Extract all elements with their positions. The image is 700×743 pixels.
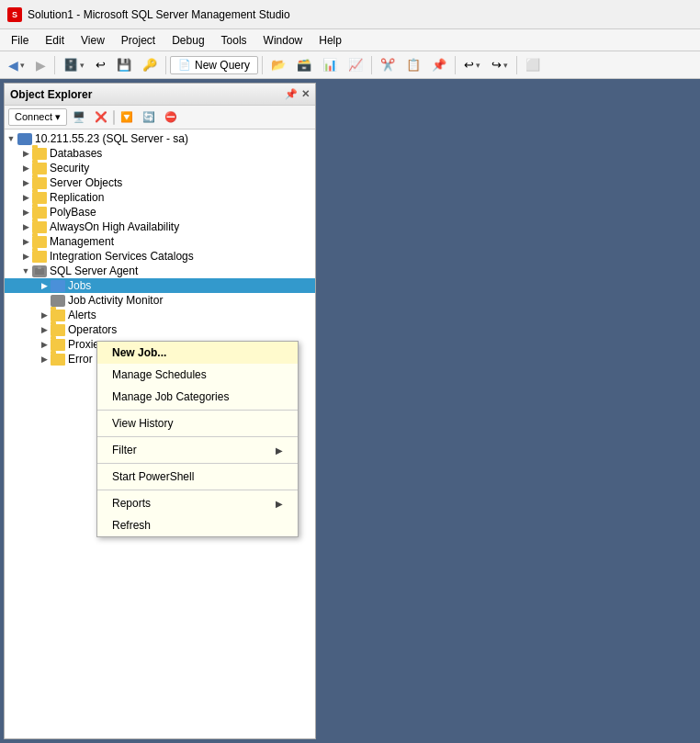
server-root[interactable]: ▼ 10.211.55.23 (SQL Server - sa) [5,131,315,146]
ctx-new-job-label: New Job... [112,346,166,359]
ctx-filter[interactable]: Filter ▶ [97,439,298,461]
tree-item-job-activity[interactable]: Job Activity Monitor [5,293,315,308]
toolbar-icon-8[interactable]: ⬜ [521,55,545,74]
toolbar-cut[interactable]: ✂️ [376,55,400,74]
ctx-filter-label: Filter [112,444,137,456]
connect-label: Connect ▾ [15,111,61,123]
folder-icon [32,148,47,160]
menu-edit[interactable]: Edit [38,32,72,49]
connect-button[interactable]: Connect ▾ [8,108,67,126]
new-query-button[interactable]: 📄 New Query [170,56,258,74]
toolbar-copy[interactable]: 📋 [401,55,425,74]
ctx-manage-categories[interactable]: Manage Job Categories [97,386,298,408]
expand-agent[interactable]: ▼ [19,265,32,277]
oe-refresh-btn[interactable]: 🔄 [139,108,159,127]
ctx-sep-3 [97,463,298,464]
forward-button[interactable]: ▶ [31,55,51,75]
oe-toolbar-btn-2[interactable]: ❌ [91,108,111,127]
tree-item-replication[interactable]: ▶ Replication [5,190,315,205]
back-button[interactable]: ◀ ▾ [4,55,29,75]
main-window: Object Explorer 📌 ✕ Connect ▾ 🖥️ ❌ 🔽 [0,79,700,743]
integration-folder-icon [32,251,47,263]
expand-polybase[interactable]: ▶ [19,206,32,219]
menu-file[interactable]: File [4,32,36,49]
oe-stop-btn[interactable]: ⛔ [161,108,181,127]
expand-jobs[interactable]: ▶ [38,279,51,292]
separator-5 [455,56,456,74]
tree-item-integration[interactable]: ▶ Integration Services Catalogs [5,249,315,264]
toolbar-icon-3[interactable]: 🔑 [138,55,162,74]
expand-alerts[interactable]: ▶ [38,309,51,321]
integration-label: Integration Services Catalogs [50,250,194,263]
proxies-folder-icon [51,339,65,351]
alwayson-folder-icon [32,221,47,233]
context-menu: New Job... Manage Schedules Manage Job C… [96,341,299,537]
tree-item-operators[interactable]: ▶ Operators [5,322,315,337]
tree-item-jobs[interactable]: ▶ Jobs [5,278,315,293]
tree-item-alerts[interactable]: ▶ Alerts [5,308,315,322]
expand-alwayson[interactable]: ▶ [19,220,32,233]
toolbar-save[interactable]: 💾 [112,55,136,74]
close-icon[interactable]: ✕ [301,88,310,100]
toolbar: ◀ ▾ ▶ 🗄️ ▾ ↩ 💾 🔑 📄 New Query 📂 🗃️ 📊 📈 ✂️… [0,51,700,79]
toolbar-icon-6[interactable]: 📊 [318,55,342,74]
toolbar-undo[interactable]: ↩ ▾ [459,55,485,74]
expand-management[interactable]: ▶ [19,235,32,248]
tree-item-agent[interactable]: ▼ SQL Server Agent [5,264,315,278]
expand-security[interactable]: ▶ [19,162,32,174]
tree-item-security[interactable]: ▶ Security [5,161,315,175]
ctx-view-history[interactable]: View History [97,412,298,434]
server-objects-folder-icon [32,177,47,189]
tree-item-server-objects[interactable]: ▶ Server Objects [5,175,315,190]
toolbar-icon-4[interactable]: 📂 [266,55,290,74]
oe-filter-btn[interactable]: 🔽 [117,108,137,127]
oe-toolbar-btn-1[interactable]: 🖥️ [69,108,89,127]
ctx-refresh[interactable]: Refresh [97,514,298,536]
expand-proxies[interactable]: ▶ [38,338,51,351]
server-label: 10.211.55.23 (SQL Server - sa) [35,132,188,145]
oe-title-right: 📌 ✕ [285,88,310,100]
expand-server-objects[interactable]: ▶ [19,176,32,189]
alwayson-label: AlwaysOn High Availability [50,220,179,233]
toolbar-icon-5[interactable]: 🗃️ [292,55,316,74]
tree-item-databases[interactable]: ▶ Databases [5,146,315,161]
toolbar-redo[interactable]: ↪ ▾ [487,55,513,74]
title-bar: S Solution1 - Microsoft SQL Server Manag… [0,0,700,29]
ctx-start-powershell[interactable]: Start PowerShell [97,466,298,488]
expand-databases[interactable]: ▶ [19,147,32,160]
oe-title-text: Object Explorer [10,88,92,101]
tree-item-polybase[interactable]: ▶ PolyBase [5,205,315,220]
expand-job-activity[interactable] [38,294,51,307]
toolbar-icon-7[interactable]: 📈 [344,55,367,74]
menu-debug[interactable]: Debug [164,32,211,49]
ctx-view-history-label: View History [112,417,173,430]
expand-operators[interactable]: ▶ [38,323,51,336]
pin-icon[interactable]: 📌 [285,88,298,100]
job-activity-icon [51,295,65,307]
menu-project[interactable]: Project [114,32,163,49]
toolbar-paste[interactable]: 📌 [427,55,451,74]
oe-title-left: Object Explorer [10,88,92,101]
jobs-icon [51,280,65,292]
expand-integration[interactable]: ▶ [19,250,32,263]
tree-item-alwayson[interactable]: ▶ AlwaysOn High Availability [5,220,315,234]
job-activity-label: Job Activity Monitor [68,294,163,307]
menu-view[interactable]: View [73,32,112,49]
expand-error-logs[interactable]: ▶ [38,353,51,366]
toolbar-db-icon[interactable]: 🗄️ ▾ [59,55,89,74]
ctx-reports-label: Reports [112,497,151,510]
expand-replication[interactable]: ▶ [19,191,32,204]
toolbar-icon-2[interactable]: ↩ [91,55,110,74]
tree-item-management[interactable]: ▶ Management [5,234,315,249]
ctx-reports[interactable]: Reports ▶ [97,492,298,514]
operators-label: Operators [68,323,117,336]
ctx-new-job[interactable]: New Job... [97,342,298,364]
ctx-manage-schedules[interactable]: Manage Schedules [97,364,298,386]
menu-window[interactable]: Window [256,32,310,49]
menu-help[interactable]: Help [311,32,349,49]
operators-folder-icon [51,324,65,336]
ctx-start-powershell-label: Start PowerShell [112,470,194,483]
replication-label: Replication [50,191,104,204]
menu-tools[interactable]: Tools [214,32,254,49]
expand-server[interactable]: ▼ [5,132,17,145]
